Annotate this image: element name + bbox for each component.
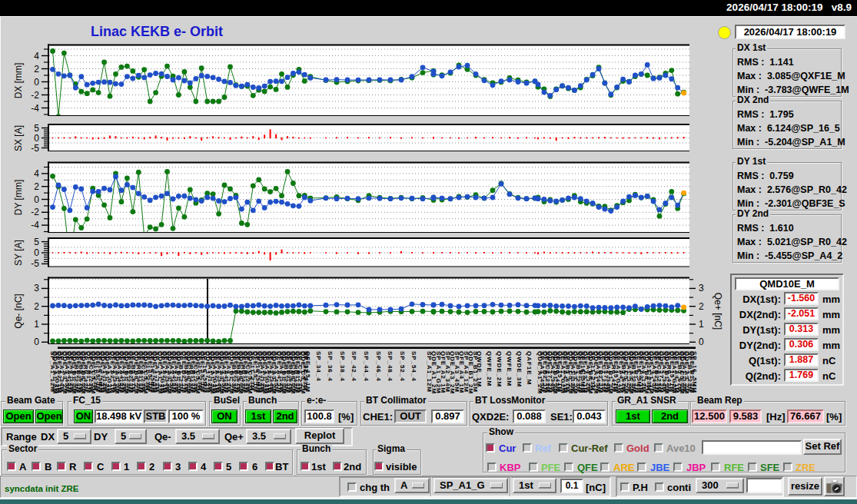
svg-text:SP_34_4: SP_34_4 <box>315 351 322 382</box>
svg-text:QAF1E_M: QAF1E_M <box>526 351 533 385</box>
svg-text:0: 0 <box>34 337 39 347</box>
svg-text:0: 0 <box>34 247 39 258</box>
svg-text:-4: -4 <box>31 103 39 114</box>
svg-text:QWDE_1M: QWDE_1M <box>476 351 483 387</box>
svg-text:SX [A]: SX [A] <box>13 125 24 151</box>
svg-text:SP_42_4: SP_42_4 <box>350 351 357 382</box>
svg-text:1: 1 <box>699 319 704 330</box>
svg-text:0: 0 <box>34 77 39 88</box>
svg-text:SP_54_4: SP_54_4 <box>410 351 417 382</box>
svg-text:SP_38_4: SP_38_4 <box>339 351 346 382</box>
svg-text:SP_52_4: SP_52_4 <box>399 351 406 382</box>
svg-text:SP_16_5MM: SP_16_5MM <box>691 351 698 393</box>
svg-text:SP_48_4: SP_48_4 <box>387 351 394 382</box>
svg-text:2: 2 <box>34 301 39 312</box>
svg-text:-2: -2 <box>31 90 39 101</box>
svg-text:QWDE_3M: QWDE_3M <box>516 351 523 387</box>
svg-text:5: 5 <box>34 123 39 134</box>
svg-text:4: 4 <box>34 51 39 61</box>
svg-text:-5: -5 <box>31 143 39 154</box>
svg-text:-5: -5 <box>31 258 39 269</box>
svg-text:4: 4 <box>34 168 39 179</box>
svg-text:3: 3 <box>34 283 39 293</box>
svg-text:QWFE_2M: QWFE_2M <box>486 351 493 386</box>
svg-text:2: 2 <box>699 301 704 312</box>
svg-text:0: 0 <box>34 133 39 144</box>
svg-text:SP_44_4: SP_44_4 <box>363 351 370 382</box>
svg-text:QWFE_3M: QWFE_3M <box>506 351 513 386</box>
svg-text:DX [mm]: DX [mm] <box>13 63 24 99</box>
svg-text:QWDE_2M: QWDE_2M <box>496 351 503 387</box>
svg-text:5: 5 <box>34 237 39 247</box>
svg-text:2: 2 <box>34 64 39 75</box>
svg-text:SP_46_4: SP_46_4 <box>375 351 382 382</box>
svg-text:SP_32_4: SP_32_4 <box>303 351 310 382</box>
svg-text:SY [A]: SY [A] <box>13 240 24 266</box>
svg-text:-2: -2 <box>31 207 39 217</box>
svg-text:Qe+ [nC]: Qe+ [nC] <box>713 293 723 330</box>
svg-text:-4: -4 <box>31 220 39 230</box>
svg-text:1: 1 <box>34 319 39 330</box>
svg-text:DY [mm]: DY [mm] <box>13 180 24 215</box>
svg-text:0: 0 <box>699 337 704 347</box>
svg-text:2: 2 <box>34 181 39 192</box>
svg-text:Qe- [nC]: Qe- [nC] <box>13 293 24 328</box>
svg-text:3: 3 <box>699 283 704 293</box>
svg-text:SP_36_4: SP_36_4 <box>327 351 334 382</box>
svg-text:0: 0 <box>34 194 39 205</box>
